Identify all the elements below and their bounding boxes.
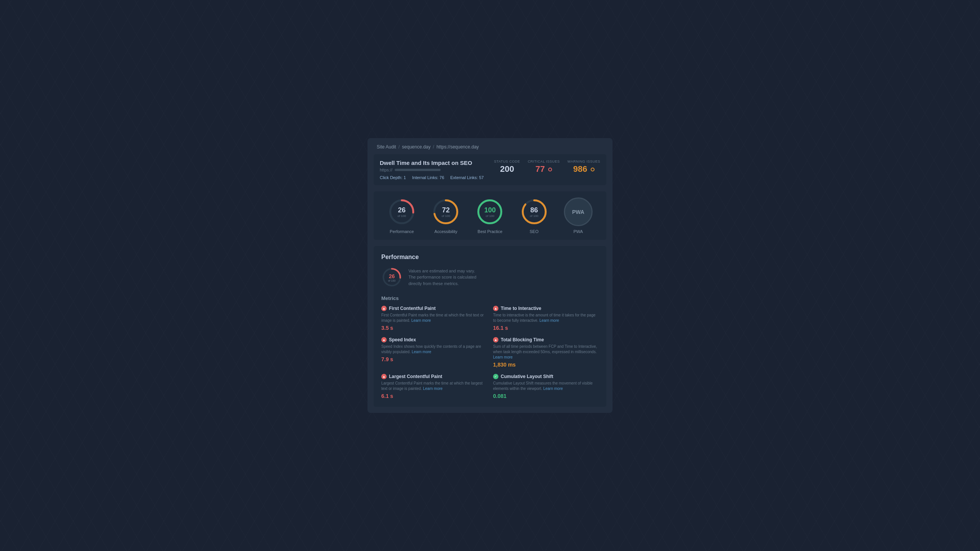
metrics-grid: ▲ First Contentful Paint First Contentfu… [381, 306, 599, 399]
cls-learn-more[interactable]: Learn more [543, 386, 563, 391]
breadcrumb-domain[interactable]: sequence.day [402, 144, 431, 150]
status-group: STATUS CODE 200 CRITICAL ISSUES 77 WARNI… [494, 160, 600, 174]
pwa-circle: PWA [564, 197, 593, 226]
critical-issues: CRITICAL ISSUES 77 [528, 160, 560, 174]
breadcrumb-site-audit[interactable]: Site Audit [377, 144, 396, 150]
warning-circle [591, 168, 595, 171]
metric-tti: ▲ Time to Interactive Time to interactiv… [493, 306, 599, 331]
breadcrumb-sep2: / [433, 144, 434, 150]
warning-issues: WARNING ISSUES 986 [567, 160, 600, 174]
tbt-icon: ▲ [493, 337, 498, 342]
tti-icon: ▲ [493, 306, 498, 311]
page-header: Dwell Time and Its Impact on SEO https:/… [374, 154, 606, 185]
performance-circle: 26 of 100 [387, 197, 416, 226]
cls-icon: ✓ [493, 374, 498, 379]
metric-tbt: ▲ Total Blocking Time Sum of all time pe… [493, 337, 599, 368]
scores-section: 26 of 100 Performance 72 of 100 Accessib… [374, 191, 606, 240]
score-performance: 26 of 100 Performance [387, 197, 416, 234]
breadcrumb: Site Audit / sequence.day / https://sequ… [368, 138, 612, 154]
critical-circle [548, 168, 552, 171]
lcp-icon: ▲ [381, 374, 387, 379]
metric-cls: ✓ Cumulative Layout Shift Cumulative Lay… [493, 374, 599, 399]
score-accessibility: 72 of 100 Accessibility [431, 197, 460, 234]
tbt-learn-more[interactable]: Learn more [493, 355, 513, 359]
si-icon: ▲ [381, 337, 387, 342]
page-title: Dwell Time and Its Impact on SEO [380, 160, 484, 166]
breadcrumb-sep1: / [399, 144, 400, 150]
external-links-label: External Links: 57 [450, 175, 483, 180]
main-card: Site Audit / sequence.day / https://sequ… [368, 138, 612, 413]
status-code: STATUS CODE 200 [494, 160, 520, 174]
best-practice-circle: 100 of 100 [475, 197, 504, 226]
breadcrumb-url[interactable]: https://sequence.day [436, 144, 479, 150]
url-bar [395, 169, 441, 171]
click-depth-label: Click Depth: 1 [380, 175, 406, 180]
page-url: https:// [380, 168, 484, 172]
fcp-icon: ▲ [381, 306, 387, 311]
metrics-title: Metrics [381, 295, 599, 301]
metric-fcp: ▲ First Contentful Paint First Contentfu… [381, 306, 487, 331]
lcp-learn-more[interactable]: Learn more [423, 386, 443, 391]
internal-links-label: Internal Links: 76 [412, 175, 444, 180]
tti-learn-more[interactable]: Learn more [539, 318, 559, 323]
score-pwa: PWA PWA [564, 197, 593, 234]
page-meta: Click Depth: 1 Internal Links: 76 Extern… [380, 175, 484, 180]
performance-section-title: Performance [381, 254, 599, 261]
fcp-learn-more[interactable]: Learn more [411, 318, 431, 323]
score-seo: 86 of 100 SEO [520, 197, 549, 234]
metric-si: ▲ Speed Index Speed Index shows how quic… [381, 337, 487, 368]
performance-score-row: 26 of 100 Values are estimated and may v… [381, 267, 599, 288]
url-prefix: https:// [380, 168, 392, 172]
accessibility-circle: 72 of 100 [431, 197, 460, 226]
seo-circle: 86 of 100 [520, 197, 549, 226]
si-learn-more[interactable]: Learn more [412, 350, 431, 354]
performance-section: Performance 26 of 100 Values are estimat… [374, 246, 606, 407]
performance-note: Values are estimated and may vary. The p… [408, 268, 476, 287]
performance-detail-circle: 26 of 100 [381, 267, 402, 288]
score-best-practice: 100 of 100 Best Practice [475, 197, 504, 234]
metric-lcp: ▲ Largest Contentful Paint Largest Conte… [381, 374, 487, 399]
